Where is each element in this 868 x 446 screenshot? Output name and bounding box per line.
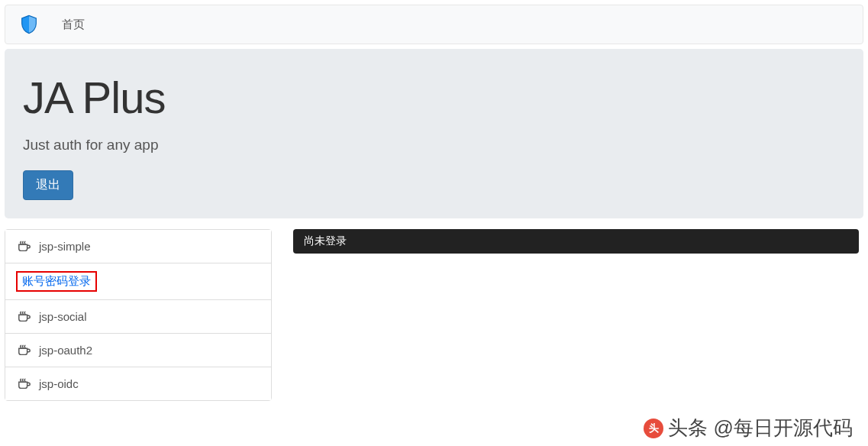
sidebar-item-label: jsp-oauth2: [39, 344, 92, 357]
sidebar-item-jsp-oidc[interactable]: jsp-oidc: [5, 367, 271, 400]
coffee-icon: [18, 378, 31, 390]
logout-button[interactable]: 退出: [23, 170, 73, 200]
sidebar-item-label: jsp-social: [39, 310, 87, 323]
watermark-text: 头条 @每日开源代码: [668, 415, 853, 441]
sidebar-item-label: jsp-simple: [39, 240, 91, 253]
coffee-icon: [18, 344, 31, 357]
sidebar-item-password-login[interactable]: 账号密码登录: [5, 263, 271, 300]
jumbotron: JA Plus Just auth for any app 退出: [5, 49, 863, 218]
watermark-icon: 头: [644, 419, 663, 438]
status-bar: 尚未登录: [293, 229, 859, 254]
coffee-icon: [18, 241, 31, 253]
coffee-icon: [18, 311, 31, 323]
sidebar: jsp-simple 账号密码登录 jsp-social jsp-oauth2 …: [5, 229, 272, 401]
sidebar-item-label: 账号密码登录: [22, 274, 91, 287]
content-row: jsp-simple 账号密码登录 jsp-social jsp-oauth2 …: [0, 229, 868, 401]
highlight-annotation: 账号密码登录: [16, 271, 97, 292]
page-title: JA Plus: [23, 72, 845, 123]
page-subtitle: Just auth for any app: [23, 137, 845, 154]
navbar: 首页: [5, 5, 863, 44]
sidebar-item-jsp-simple[interactable]: jsp-simple: [5, 230, 271, 263]
shield-logo-icon[interactable]: [18, 13, 40, 36]
nav-home-link[interactable]: 首页: [62, 18, 85, 32]
main-panel: 尚未登录: [293, 229, 863, 401]
sidebar-item-jsp-social[interactable]: jsp-social: [5, 300, 271, 334]
watermark: 头 头条 @每日开源代码: [644, 415, 853, 441]
sidebar-item-label: jsp-oidc: [39, 377, 79, 390]
sidebar-item-jsp-oauth2[interactable]: jsp-oauth2: [5, 334, 271, 367]
